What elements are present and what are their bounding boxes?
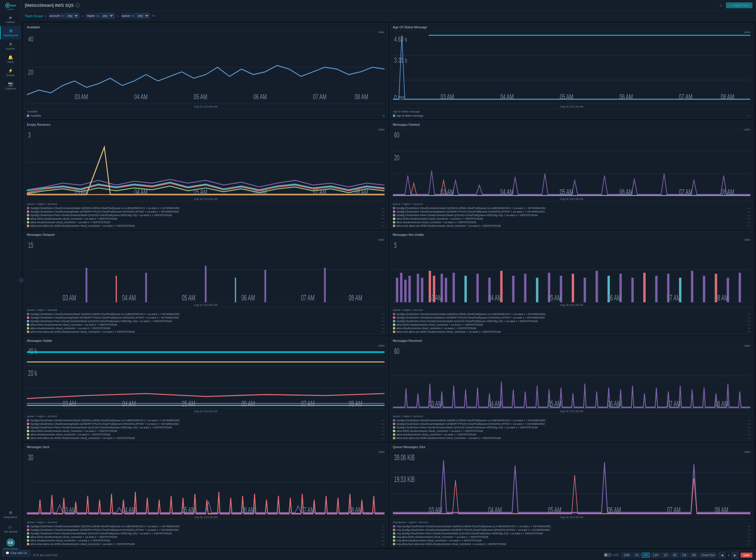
svg-text:08 AM: 08 AM xyxy=(355,188,369,196)
time-btn-1w[interactable]: 1W xyxy=(680,553,689,558)
legend-dash: — xyxy=(382,316,385,319)
filter-select-region[interactable]: any xyxy=(100,13,114,18)
legend-messages-sent: queue < region > account Sysdig:CloudVis… xyxy=(24,519,387,547)
legend-item: Sysdig:CloudVision-Perin-CloudConnectorS… xyxy=(27,426,385,429)
legend-item: akira-cloudconnector-cloud_connector < u… xyxy=(27,326,385,330)
svg-text:30: 30 xyxy=(28,453,33,462)
add-panel-button[interactable]: + + Add Panel xyxy=(726,2,753,8)
svg-rect-93 xyxy=(572,274,574,302)
legend-item: akira-mori-akira-osc-9290-cloudconnector… xyxy=(393,224,751,227)
legend-item: Sysdig:CloudVision-CloudScanningStack-S4… xyxy=(27,210,385,214)
sidebar-item-integrations[interactable]: ⊗ Integrations xyxy=(0,508,21,521)
time-btn-1h[interactable]: 1H xyxy=(633,553,641,558)
filter-select-account[interactable]: any xyxy=(65,13,79,18)
time-btn-6h[interactable]: 6H xyxy=(642,553,650,558)
panel-title-age-oldest: Age Of Oldest Message xyxy=(390,24,754,29)
legend-color xyxy=(27,423,29,425)
legend-color xyxy=(393,317,395,319)
sidebar-item-advisor[interactable]: ◈ Advisor xyxy=(0,13,21,26)
legend-dash: — xyxy=(748,214,750,217)
legend-label: Avg Sysdig:CloudVision-CloudConnectorSta… xyxy=(396,525,551,528)
utc-toggle-switch[interactable] xyxy=(604,553,612,557)
time-btn-2w[interactable]: 2W xyxy=(690,553,698,558)
nav-next-button[interactable]: ▶ xyxy=(732,552,738,558)
svg-text:07 AM: 07 AM xyxy=(679,93,693,101)
legend-item: Sysdig:CloudVision-Perin-CloudConnectorS… xyxy=(393,426,751,429)
time-btn-10m[interactable]: 10M xyxy=(622,553,632,558)
legend-label: Sysdig:CloudVision-CloudScanningStack-S4… xyxy=(396,316,545,319)
dashboards-icon: ⊞ xyxy=(9,28,13,33)
legend-queue-messages-size: Avg queue < region > account Avg Sysdig:… xyxy=(390,519,754,547)
legend-color xyxy=(393,423,395,425)
panel-messages-visible: Messages Visible value 40 k 20 k 03 xyxy=(24,337,388,441)
sidebar-item-explore[interactable]: ⊕ Explore xyxy=(0,39,21,53)
chat-with-us-button[interactable]: 💬 Chat with Us xyxy=(2,550,31,557)
time-btn-4d[interactable]: 4D xyxy=(671,553,679,558)
time-btn-1d[interactable]: 1D xyxy=(661,553,670,558)
legend-label: Sysdig:CloudVision-Perin-CloudConnectorS… xyxy=(396,320,538,323)
legend-items-messages-delayed: Sysdig:CloudVision-CloudConnectorStack-S… xyxy=(27,312,385,334)
chart-area-messages-visible: value 40 k 20 k 03 AM 04 AM 05 xyxy=(24,343,387,409)
panel-age-oldest: Age Of Oldest Message value 4.63 s 3.31 … xyxy=(390,23,754,119)
sidebar-collapse-button[interactable]: ‹ xyxy=(19,278,24,283)
legend-dash: — xyxy=(382,422,385,425)
svg-text:05 AM: 05 AM xyxy=(560,188,573,196)
filter-scope[interactable]: Team Scope xyxy=(25,14,43,18)
chart-area-queue-messages-size: value 39.06 KiB 19.53 KiB 03 AM 04 AM 05… xyxy=(390,449,754,515)
time-btn-12h[interactable]: 12H xyxy=(651,553,660,558)
svg-text:05 AM: 05 AM xyxy=(182,399,195,408)
nav-prev-button[interactable]: ◀ xyxy=(719,552,725,558)
legend-color xyxy=(393,419,395,422)
legend-color xyxy=(393,536,395,538)
main-content: [MetricsStream] AWS SQS i ☆ + + Add Pane… xyxy=(21,0,756,560)
svg-text:07 AM: 07 AM xyxy=(667,399,680,408)
legend-age-oldest: Age of oldest message Age of oldest mess… xyxy=(390,108,754,119)
filter-select-queue[interactable]: any xyxy=(136,13,150,18)
legend-item: Avg akira-0526-cloudconnector-cloud_conn… xyxy=(393,535,751,539)
svg-text:03 AM: 03 AM xyxy=(63,505,76,514)
filter-plus-icon-3: + xyxy=(117,14,119,18)
svg-text:04 AM: 04 AM xyxy=(500,93,514,101)
sidebar-item-dashboards[interactable]: ⊞ Dashboards xyxy=(0,26,21,39)
legend-item: Age of oldest message — xyxy=(393,114,751,118)
panel-title-messages-visible: Messages Visible xyxy=(24,337,387,343)
chart-area-messages-received: value 60 03 AM 04 AM 05 AM 06 AM 07 AM 0… xyxy=(390,343,754,409)
sidebar-item-captures[interactable]: 📷 Captures xyxy=(0,79,21,93)
sidebar-item-alerts[interactable]: 🔔 Alerts xyxy=(0,53,21,66)
legend-label: Avg akira-0526-cloudconnector-cloud_conn… xyxy=(396,536,489,538)
chart-svg-messages-sent: 30 03 AM 04 AM 05 AM 06 AM 07 AM 08 AM xyxy=(27,451,385,515)
info-icon[interactable]: i xyxy=(76,3,80,7)
legend-color xyxy=(27,327,29,329)
legend-color xyxy=(27,218,29,220)
value-label-messages-not-visible: value xyxy=(744,238,750,241)
svg-text:4.63 s: 4.63 s xyxy=(394,35,407,43)
legend-dash: — xyxy=(382,214,385,217)
legend-item: Avg akira-mori-akira-osc-9290-cloudconne… xyxy=(393,542,751,546)
svg-text:08 AM: 08 AM xyxy=(349,293,362,302)
favorite-icon[interactable]: ☆ xyxy=(719,3,723,8)
svg-rect-82 xyxy=(444,278,447,303)
svg-text:07 AM: 07 AM xyxy=(301,505,315,514)
chart-svg-messages-received: 60 03 AM 04 AM 05 AM 06 AM 07 AM 08 AM xyxy=(393,344,751,408)
zoom-out-button[interactable]: Zoom Out xyxy=(699,553,716,558)
integrations-icon: ⊗ xyxy=(9,510,13,515)
legend-label: Sysdig:CloudVision-CloudScanningStack-S4… xyxy=(396,422,545,425)
dashboard-grid: Available value 40 20 03 AM 04 AM 05 AM … xyxy=(21,21,756,550)
live-button[interactable]: Live xyxy=(741,553,753,558)
filter-group-queue: queue in any xyxy=(121,13,151,19)
chart-svg-empty-receives: 3 03 AM 04 AM 05 AM 06 AM 07 AM 08 AM xyxy=(27,128,385,196)
svg-text:03 AM: 03 AM xyxy=(75,188,88,196)
timestamp-messages-deleted: Aug 19, 8:21:00 AM xyxy=(390,197,754,201)
legend-available: Available Available 0 xyxy=(24,108,387,119)
value-label-messages-sent: value xyxy=(378,451,385,454)
legend-item: Sysdig:CloudVision-CloudConnectorStack-S… xyxy=(27,206,385,210)
legend-color xyxy=(393,211,395,213)
sidebar-item-get-started[interactable]: ▷ Get Started xyxy=(0,522,21,536)
filter-op-region: in xyxy=(96,14,100,17)
panel-available: Available value 40 20 03 AM 04 AM 05 AM … xyxy=(24,23,388,119)
legend-item: Sysdig:CloudVision-CloudScanningStack-S4… xyxy=(393,210,751,214)
legend-color xyxy=(393,320,395,322)
sidebar-item-events[interactable]: ⚡ Events xyxy=(0,66,21,79)
edit-filters-icon[interactable]: ✏ xyxy=(152,14,155,18)
legend-label: akira-cloudconnector-cloud_connector < u… xyxy=(31,433,111,436)
